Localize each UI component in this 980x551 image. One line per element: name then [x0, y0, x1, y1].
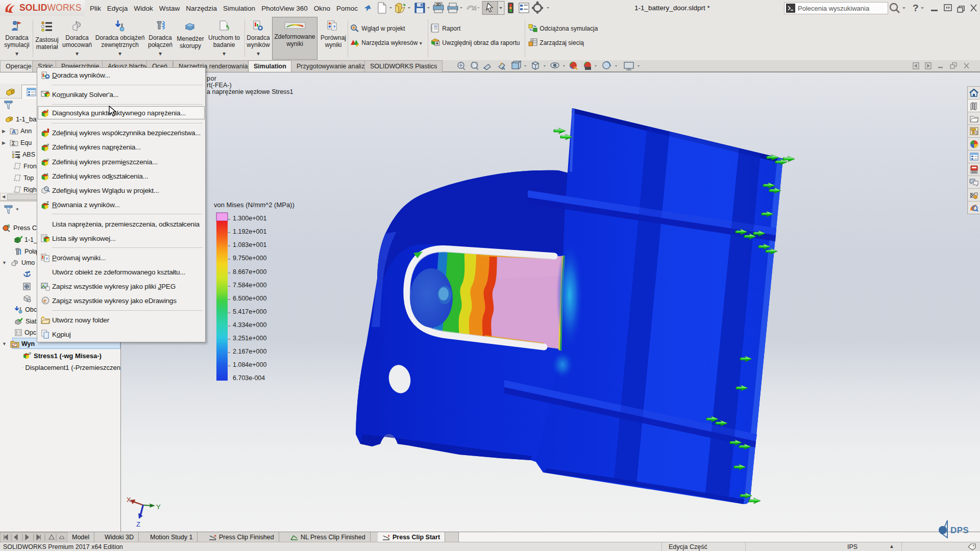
svg-text:3D: 3D [436, 2, 441, 7]
svg-text:DPS: DPS [950, 525, 969, 535]
svg-text:7.584e+000: 7.584e+000 [233, 282, 266, 289]
svg-text:X: X [127, 496, 131, 504]
svg-text:Z: Z [136, 520, 140, 528]
svg-text:rt(-FEA-): rt(-FEA-) [207, 82, 232, 89]
svg-text:ε: ε [46, 171, 48, 176]
svg-text:1.084e+000: 1.084e+000 [233, 361, 266, 368]
svg-text:e: e [43, 297, 46, 304]
svg-text:?: ? [333, 24, 336, 30]
svg-text:u: u [46, 157, 49, 162]
svg-text:von Mises (N/mm^2 (MPa)): von Mises (N/mm^2 (MPa)) [214, 201, 295, 209]
svg-text:?: ? [913, 3, 919, 13]
svg-text:σ: σ [46, 142, 50, 147]
svg-text:9.750e+000: 9.750e+000 [233, 255, 266, 262]
svg-text:?: ? [45, 257, 48, 261]
svg-text:1.192e+001: 1.192e+001 [233, 228, 266, 235]
svg-text:4.334e+000: 4.334e+000 [233, 321, 266, 329]
svg-text:u: u [23, 367, 23, 367]
svg-text:8.667e+000: 8.667e+000 [233, 268, 266, 276]
svg-text:a naprężenie węzłowe Stress1: a naprężenie węzłowe Stress1 [207, 88, 293, 95]
svg-text:5.417e+000: 5.417e+000 [233, 308, 266, 315]
svg-text:Σ: Σ [12, 140, 15, 146]
svg-text:3.251e+000: 3.251e+000 [233, 335, 266, 342]
svg-text:1.300e+001: 1.300e+001 [233, 215, 266, 222]
svg-text:A: A [12, 129, 16, 135]
svg-text:por: por [207, 75, 216, 82]
svg-text:σ: σ [29, 352, 32, 356]
svg-text:A: A [502, 66, 505, 71]
svg-text:Σ: Σ [46, 201, 50, 206]
svg-text:2.167e+000: 2.167e+000 [233, 348, 266, 355]
svg-text:6.703e-004: 6.703e-004 [233, 374, 265, 382]
svg-text:Y: Y [156, 503, 161, 511]
svg-text:1.083e+001: 1.083e+001 [233, 241, 266, 248]
svg-text:6.500e+000: 6.500e+000 [233, 295, 266, 302]
